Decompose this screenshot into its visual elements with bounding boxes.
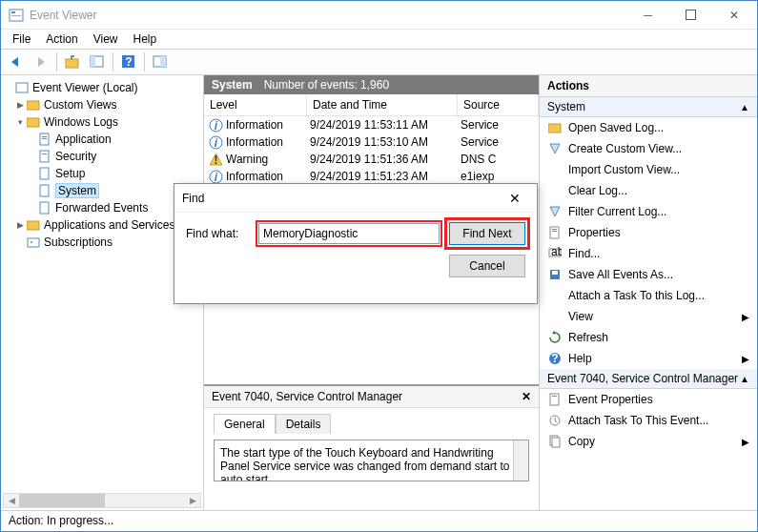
window-title: Event Viewer <box>30 9 626 22</box>
action-item[interactable]: Open Saved Log... <box>540 117 757 138</box>
action-item[interactable]: abFind... <box>540 243 757 264</box>
minimize-button[interactable]: ─ <box>626 2 669 29</box>
tree-label: Applications and Services <box>44 218 174 232</box>
chevron-right-icon: ▶ <box>742 437 749 447</box>
action-icon <box>547 183 563 198</box>
table-row[interactable]: iInformation9/24/2019 11:53:10 AMService <box>204 133 539 151</box>
action-view[interactable]: View ▶ <box>540 306 757 327</box>
tree-windows-logs[interactable]: ▾ Windows Logs <box>1 113 203 131</box>
maximize-button[interactable] <box>669 2 712 29</box>
tab-details[interactable]: Details <box>276 414 332 434</box>
actions-section-label: Event 7040, Service Control Manager <box>547 372 738 385</box>
app-icon <box>9 8 24 23</box>
action-item[interactable]: Properties <box>540 222 757 243</box>
cell-level: Information <box>226 170 310 183</box>
actions-pane: Actions System ▲ Open Saved Log...Create… <box>540 75 757 510</box>
action-item[interactable]: Event Properties <box>540 389 757 410</box>
back-button[interactable] <box>5 51 28 72</box>
action-item[interactable]: Clear Log... <box>540 180 757 201</box>
properties-icon[interactable] <box>149 51 172 72</box>
find-next-button[interactable]: Find Next <box>449 222 525 245</box>
expander-icon[interactable]: ▾ <box>14 117 26 127</box>
close-icon[interactable]: ✕ <box>522 390 531 403</box>
find-what-input[interactable] <box>258 223 440 244</box>
tree-setup[interactable]: Setup <box>1 165 203 182</box>
log-icon <box>37 200 52 215</box>
menu-help[interactable]: Help <box>128 31 163 48</box>
action-item[interactable]: Copy▶ <box>540 431 757 452</box>
dialog-title: Find <box>182 192 204 205</box>
actions-section-system[interactable]: System ▲ <box>540 97 757 117</box>
tree-application[interactable]: Application <box>1 131 203 148</box>
table-row[interactable]: iInformation9/24/2019 11:53:11 AMService <box>204 116 539 133</box>
menu-view[interactable]: View <box>88 31 124 48</box>
tab-general[interactable]: General <box>214 414 276 434</box>
log-icon <box>37 132 52 147</box>
tree-security[interactable]: Security <box>1 148 203 165</box>
show-tree-icon[interactable] <box>86 51 109 72</box>
cell-level: Warning <box>226 153 310 166</box>
svg-rect-4 <box>66 59 78 68</box>
folder-up-icon[interactable] <box>61 51 84 72</box>
toolbar-separator <box>113 52 113 72</box>
action-icon <box>547 267 563 282</box>
action-item[interactable]: Attach Task To This Event... <box>540 410 757 431</box>
svg-rect-19 <box>40 168 49 179</box>
desc-scrollbar[interactable] <box>513 440 528 481</box>
svg-rect-18 <box>42 153 47 154</box>
action-label: Filter Current Log... <box>568 205 666 218</box>
action-label: Event Properties <box>568 393 653 406</box>
menu-file[interactable]: File <box>7 31 36 48</box>
tree-scrollbar[interactable]: ◀▶ <box>3 493 201 508</box>
actions-section-event[interactable]: Event 7040, Service Control Manager ▲ <box>540 369 757 389</box>
chevron-right-icon: ▶ <box>742 354 749 364</box>
expander-icon[interactable]: ▶ <box>14 220 26 230</box>
refresh-icon <box>547 330 563 345</box>
svg-rect-22 <box>27 221 39 230</box>
col-datetime[interactable]: Date and Time <box>307 94 458 115</box>
svg-rect-15 <box>42 136 47 137</box>
svg-rect-23 <box>28 238 39 247</box>
action-icon <box>547 162 563 177</box>
dialog-close-button[interactable]: ✕ <box>501 191 529 206</box>
action-label: Open Saved Log... <box>568 121 664 134</box>
cell-level: Information <box>226 135 310 149</box>
svg-rect-32 <box>548 124 561 133</box>
action-help[interactable]: ? Help ▶ <box>540 348 757 369</box>
log-icon <box>37 183 52 198</box>
close-button[interactable]: ✕ <box>712 2 755 29</box>
cell-datetime: 9/24/2019 11:51:23 AM <box>310 170 461 183</box>
svg-rect-33 <box>550 227 559 238</box>
action-refresh[interactable]: Refresh <box>540 327 757 348</box>
action-label: Save All Events As... <box>568 268 673 281</box>
col-source[interactable]: Source <box>458 94 539 115</box>
tree-root[interactable]: Event Viewer (Local) <box>1 79 203 96</box>
expander-icon[interactable]: ▶ <box>14 100 26 110</box>
event-details-header: Event 7040, Service Control Manager ✕ <box>204 386 539 408</box>
cancel-button[interactable]: Cancel <box>449 255 525 277</box>
svg-rect-46 <box>552 438 560 447</box>
tree-custom-views[interactable]: ▶ Custom Views <box>1 96 203 113</box>
tree-root-label: Event Viewer (Local) <box>32 81 138 94</box>
action-icon <box>547 120 563 135</box>
action-item[interactable]: Create Custom View... <box>540 138 757 159</box>
cell-source: Service <box>461 135 539 149</box>
action-icon <box>547 225 563 240</box>
col-level[interactable]: Level <box>204 94 307 115</box>
collapse-icon[interactable]: ▲ <box>740 374 749 384</box>
tree-label: Windows Logs <box>44 115 118 129</box>
action-item[interactable]: Attach a Task To this Log... <box>540 285 757 306</box>
menu-action[interactable]: Action <box>40 31 83 48</box>
cell-level: Information <box>226 118 310 132</box>
folder-icon <box>26 114 41 130</box>
titlebar: Event Viewer ─ ✕ <box>1 1 757 30</box>
collapse-icon[interactable]: ▲ <box>740 102 749 113</box>
table-row[interactable]: !Warning9/24/2019 11:51:36 AMDNS C <box>204 151 539 168</box>
action-label: Import Custom View... <box>568 163 680 176</box>
action-label: Clear Log... <box>568 184 627 197</box>
help-icon[interactable]: ? <box>117 51 140 72</box>
action-icon <box>547 413 563 428</box>
action-item[interactable]: Import Custom View... <box>540 159 757 180</box>
action-item[interactable]: Save All Events As... <box>540 264 757 285</box>
action-item[interactable]: Filter Current Log... <box>540 201 757 222</box>
